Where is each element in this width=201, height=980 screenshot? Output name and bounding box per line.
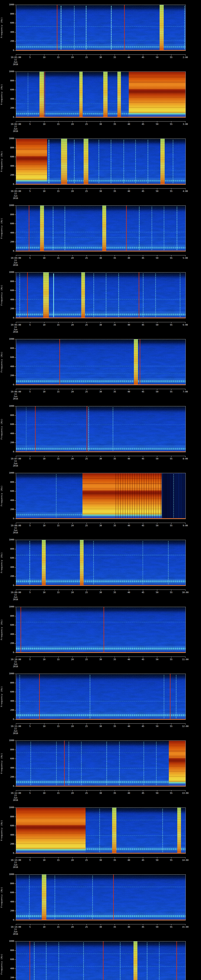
time-tick-mark [115,188,115,189]
freq-tick-mark [14,473,16,473]
freq-tick-mark [14,72,16,72]
time-tick-label: 25 [83,659,91,661]
time-tick-mark [72,389,73,390]
end-time-label: 9:00 [179,525,191,527]
time-tick-label: 30 [97,458,105,460]
hot-noise-block [16,139,47,185]
event-streak [29,541,30,585]
freq-tick-label: 1000 [5,673,14,675]
time-tick-mark [129,121,129,123]
time-tick-label: 5 [26,458,34,460]
event-streak [53,274,54,317]
time-tick-label: 35 [111,725,118,727]
zero-frequency-baseline [16,452,185,452]
time-tick-mark [58,657,59,658]
time-tick-label: 15 [54,859,62,861]
time-tick-mark [72,188,73,189]
time-tick-mark [58,255,59,256]
event-streak [106,742,107,786]
time-tick-mark [143,657,143,658]
time-tick-label: 10 [40,792,48,794]
date-label: 2016 [8,63,23,66]
event-streak [164,207,164,250]
freq-tick-label: 0 [5,317,14,319]
spectrogram-panel: Frequency (Hz)02004006008001000510152025… [0,334,201,401]
time-tick-mark [72,857,73,859]
freq-tick-label: 600 [5,289,14,292]
frequency-axis-label: Frequency (Hz) [0,944,3,980]
time-tick-label: 25 [83,458,91,460]
time-tick-mark [58,590,59,591]
time-tick-label: 5 [26,324,34,326]
freq-tick-mark [14,138,16,139]
freq-tick-label: 800 [5,280,14,283]
event-red-line [113,875,114,920]
zero-frequency-baseline [16,184,185,185]
freq-tick-label: 1000 [5,338,14,340]
time-tick-label: 20 [69,591,77,594]
time-tick-label: 15 [54,391,62,393]
end-time-label: 5:00 [179,257,191,259]
freq-tick-mark [14,148,16,148]
time-tick-label: 15 [54,324,62,326]
time-tick-mark [157,54,157,56]
time-tick-label: 50 [153,725,161,727]
event-streak [139,207,140,250]
freq-tick-label: 600 [5,22,14,24]
freq-tick-label: 400 [5,299,14,301]
freq-tick-label: 800 [5,682,14,684]
event-streak [26,407,27,451]
time-tick-label: 30 [97,190,105,192]
freq-tick-mark [14,375,16,376]
time-tick-label: 10 [40,525,48,527]
time-tick-mark [129,790,129,791]
time-tick-label: 25 [83,591,91,594]
time-tick-label: 55 [167,324,175,326]
event-streak [118,274,119,317]
time-tick-mark [115,924,115,925]
event-streak [48,140,49,184]
time-tick-mark [44,724,45,725]
freq-tick-label: 1000 [5,940,14,942]
freq-tick-mark [14,424,16,425]
event-streak [69,742,69,786]
time-tick-label: 35 [111,591,118,594]
date-label: 2016 [8,465,23,467]
time-tick-mark [72,724,73,725]
time-tick-label: 5 [26,859,34,861]
event-red-line [104,607,104,653]
horizontal-spectral-line [16,953,185,954]
time-tick-label: 40 [125,257,133,259]
time-tick-mark [86,657,87,658]
time-tick-mark [115,121,115,123]
event-streak [90,675,90,719]
time-tick-mark [157,188,157,189]
time-tick-mark [72,54,73,56]
freq-tick-mark [14,5,16,5]
time-tick-mark [157,255,157,256]
zero-frequency-baseline [16,786,185,786]
freq-tick-mark [14,99,16,99]
frequency-axis-label: Frequency (Hz) [0,877,3,918]
freq-tick-mark [14,652,16,653]
freq-tick-label: 200 [5,40,14,42]
frequency-axis-label: Frequency (Hz) [0,342,3,382]
time-tick-mark [72,657,73,658]
event-energy-band [80,540,84,585]
time-tick-label: 30 [97,257,105,259]
high-frequency-dark-region [16,339,185,345]
freq-tick-label: 200 [5,977,14,979]
end-time-label: 14:00 [179,859,191,861]
freq-tick-label: 0 [5,785,14,788]
zero-frequency-baseline [16,251,185,251]
time-tick-label: 45 [139,859,147,861]
freq-tick-label: 400 [5,365,14,368]
time-tick-mark [115,657,115,658]
freq-tick-label: 200 [5,843,14,845]
high-frequency-dark-region [16,406,185,412]
time-tick-label: 55 [167,458,175,460]
time-tick-mark [58,523,59,524]
time-tick-mark [44,54,45,56]
time-tick-label: 50 [153,190,161,192]
time-tick-label: 30 [97,391,105,393]
